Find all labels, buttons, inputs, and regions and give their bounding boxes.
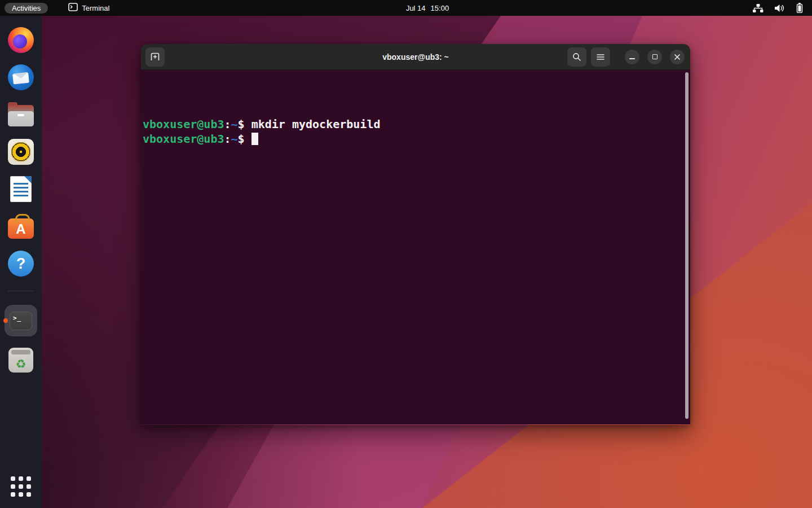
activities-button[interactable]: Activities [5, 3, 48, 14]
dock-item-ubuntu-software[interactable]: A [0, 213, 42, 240]
maximize-button[interactable] [647, 50, 662, 64]
minimize-icon [629, 58, 635, 59]
ubuntu-software-icon: A [8, 218, 34, 239]
terminal-scrollbar[interactable] [685, 72, 689, 419]
running-indicator [3, 318, 8, 323]
window-titlebar[interactable]: vboxuser@ub3: ~ [141, 44, 690, 70]
top-bar: Activities Terminal Jul 14 15:00 [0, 0, 812, 16]
libreoffice-writer-icon [10, 176, 32, 202]
focused-app-indicator[interactable]: Terminal [68, 3, 109, 13]
show-applications-button[interactable] [11, 476, 31, 497]
close-icon [674, 54, 681, 60]
dock-separator [8, 291, 34, 291]
dock-item-trash[interactable]: ♻ [0, 347, 42, 374]
close-button[interactable] [670, 50, 685, 64]
terminal-line: vboxuser@ub3:~$ mkdir mydockerbuild [143, 117, 679, 132]
maximize-icon [652, 54, 657, 59]
dock-item-help[interactable]: ? [0, 250, 42, 277]
menu-button[interactable] [591, 47, 610, 67]
focused-app-label: Terminal [82, 4, 109, 12]
terminal-icon: >_ [10, 312, 32, 330]
dock-item-thunderbird[interactable] [0, 64, 42, 91]
hamburger-menu-icon [596, 54, 605, 60]
clock-time: 15:00 [431, 4, 449, 12]
terminal-active-tile: >_ [5, 305, 37, 336]
system-tray[interactable] [753, 3, 803, 13]
terminal-app-icon [68, 3, 78, 13]
dock-item-terminal[interactable]: >_ [0, 305, 42, 336]
terminal-window: vboxuser@ub3: ~ [141, 44, 690, 425]
thunderbird-icon [8, 64, 34, 90]
help-icon: ? [8, 251, 34, 277]
firefox-icon [8, 27, 34, 53]
network-icon [753, 4, 764, 12]
new-tab-button[interactable] [145, 47, 165, 67]
clock[interactable]: Jul 14 15:00 [406, 4, 449, 12]
clock-date: Jul 14 [406, 4, 426, 12]
volume-icon [775, 4, 785, 12]
window-title: vboxuser@ub3: ~ [382, 52, 449, 62]
battery-icon [796, 3, 803, 13]
rhythmbox-icon [8, 139, 34, 165]
dock-item-libreoffice-writer[interactable] [0, 176, 42, 203]
new-tab-icon [151, 52, 160, 61]
terminal-cursor [251, 133, 258, 145]
trash-icon: ♻ [8, 348, 33, 373]
dock-item-firefox[interactable] [0, 27, 42, 54]
terminal-line: vboxuser@ub3:~$ [143, 132, 679, 146]
terminal-output[interactable]: vboxuser@ub3:~$ mkdir mydockerbuildvboxu… [141, 70, 690, 424]
dock-item-rhythmbox[interactable] [0, 138, 42, 165]
search-button[interactable] [567, 47, 586, 67]
minimize-button[interactable] [625, 50, 639, 64]
search-icon [572, 52, 581, 62]
dock-item-files[interactable] [0, 101, 42, 128]
dock: A ? >_ ♻ [0, 16, 42, 508]
files-icon [8, 105, 34, 126]
